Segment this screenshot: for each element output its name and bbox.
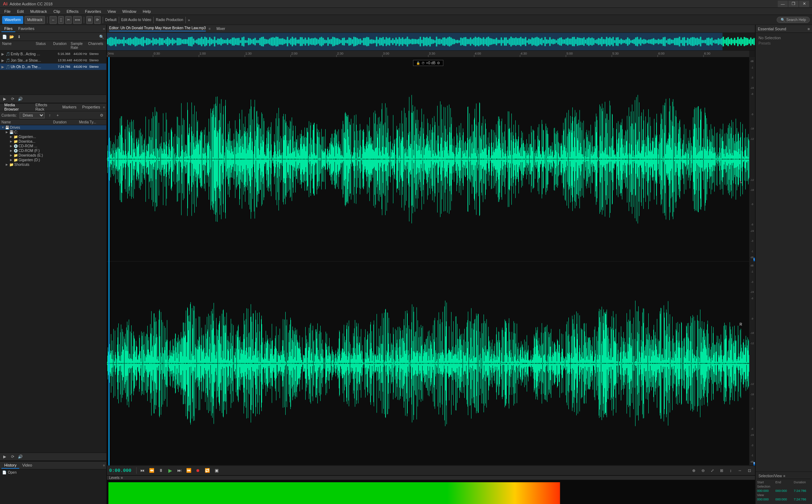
zoom-out-time-button[interactable]: ⊖ [699,467,706,474]
search-help-box[interactable]: 🔍 Search Help [777,17,810,23]
files-import-button[interactable]: ⬇ [16,34,22,40]
menu-effects[interactable]: Effects [64,9,81,14]
mb-speaker-button[interactable]: 🔊 [17,454,24,460]
move-tool-button[interactable]: ↔ [50,16,57,24]
waveform-ruler [107,51,749,57]
gain-settings-button[interactable]: ⚙ [437,61,440,65]
close-button[interactable]: ✕ [799,1,809,7]
right-panel: Essential Sound ≡ No Selection Presets S… [755,25,812,504]
menu-help[interactable]: Help [140,9,154,14]
levels-options-icon[interactable]: ≡ [121,476,123,480]
waveform-area[interactable]: 🔒 ⏱ +0 dB ⚙ L R [107,57,749,465]
menu-multitrack[interactable]: Multitrack [27,9,50,14]
zoom-in-time-button[interactable]: ⊕ [690,467,697,474]
tab-media-browser[interactable]: Media Browser [1,102,32,113]
tree-item-downloads-e[interactable]: ▶ 📁 Downloads (E:) [0,153,106,158]
minimize-button[interactable]: — [778,1,788,7]
sv-col-start: Start [757,480,774,484]
workspace-radio: Radio Production [156,18,183,22]
tree-item-shortcuts[interactable]: ▶ 📁 Shortcuts [0,162,106,167]
skip-to-end-button[interactable]: ⏭ [176,467,183,474]
tab-properties[interactable]: Properties [80,104,103,111]
mb-filter-button[interactable]: ⚙ [98,112,105,118]
tree-item-c[interactable]: ▶ 💾 C: [0,130,106,134]
files-speaker-button[interactable]: 🔊 [17,96,24,102]
list-item[interactable]: ▶ 🎵 Emily B...Acting Tips.mp3 5:16.368 4… [0,51,106,57]
spectral-button[interactable]: ▣ [213,467,220,474]
playback-icon: ⏱ [422,61,425,65]
file-duration: 13:30.448 [58,58,73,62]
zoom-full-button[interactable]: ⊞ [718,467,725,474]
expand-workspaces-icon[interactable]: » [188,18,190,22]
razor-tool-button[interactable]: ✂ [65,16,72,24]
cdrom-icon: 💿 [14,149,18,153]
tree-item-cdrom-f[interactable]: ▶ 💿 CD-ROM (F:) [0,148,106,153]
files-search-button[interactable]: 🔍 [98,34,105,40]
open-file-button[interactable]: 📂 [9,34,15,40]
loop-button[interactable]: ⟳ [94,16,101,24]
files-play-button[interactable]: ▶ [1,96,8,102]
slip-tool-button[interactable]: ⟺ [73,16,82,24]
zoom-out-amp-button[interactable]: ↔ [736,467,744,474]
essential-sound-header: Essential Sound ≡ [756,25,812,33]
tree-item-cdrom1[interactable]: ▶ 💿 CD-ROM ... [0,144,106,148]
record-button[interactable]: ⏺ [194,467,201,474]
list-item[interactable]: 📄 Open [1,470,105,475]
tab-history[interactable]: History [1,462,19,469]
snap-button[interactable]: ⊟ [86,16,93,24]
mb-contents-select[interactable]: Drives [20,112,45,118]
menu-file[interactable]: File [1,9,14,14]
tab-favorites[interactable]: Favorites [15,26,37,32]
editor-tab-label[interactable]: Editor: Uh Oh Donald Trump May Have Brok… [109,26,206,31]
waveform-container: 🔒 ⏱ +0 dB ⚙ L R [107,51,755,465]
tab-video[interactable]: Video [19,462,35,469]
menu-favorites[interactable]: Favorites [82,9,104,14]
selection-tool-button[interactable]: ⌶ [58,16,64,24]
zoom-selection-button[interactable]: ⤢ [709,467,716,474]
menu-view[interactable]: View [104,9,119,14]
mb-add-button[interactable]: + [55,112,61,118]
mb-up-button[interactable]: ↑ [47,112,53,118]
folder-icon: 📁 [14,135,18,139]
mb-loop-button[interactable]: ⟳ [9,454,16,460]
new-file-button[interactable]: 📄 [1,34,8,40]
files-loop-button[interactable]: ⟳ [9,96,16,102]
loop-toggle-button[interactable]: 🔁 [204,467,211,474]
history-panel-options-icon[interactable]: ≡ [103,464,105,467]
zoom-fit-button[interactable]: ⊡ [746,467,753,474]
menu-edit[interactable]: Edit [14,9,27,14]
history-item-label: Open [8,470,16,474]
tab-effects-rack[interactable]: Effects Rack [32,102,60,113]
file-icon: 🎵 [6,58,10,62]
rewind-button[interactable]: ⏪ [148,467,155,474]
tree-item-giganten1[interactable]: ▶ 📁 Giganten... [0,134,106,139]
waveform-mode-button[interactable]: Waveform [2,16,23,24]
pause-button[interactable]: ⏸ [157,467,164,474]
sv-options-icon[interactable]: ≡ [783,474,785,478]
zoom-in-amp-button[interactable]: ↕ [727,467,734,474]
multitrack-mode-button[interactable]: Multitrack [25,16,45,24]
mb-panel-options-icon[interactable]: ≡ [103,106,105,109]
menu-clip[interactable]: Clip [51,9,63,14]
waveform-overview[interactable] [107,33,755,51]
skip-to-start-button[interactable]: ⏮ [139,467,146,474]
list-item[interactable]: ▶ 🎵 Jon Ste...e Show Desk.mp3 13:30.448 … [0,57,106,63]
fast-forward-button[interactable]: ⏩ [185,467,192,474]
tab-markers[interactable]: Markers [60,104,80,111]
tree-item-drives[interactable]: ▼ 💾 Drives [0,125,106,130]
tree-arrow-icon: ▶ [10,158,14,162]
restore-button[interactable]: ❐ [788,1,798,7]
tab-files[interactable]: Files [1,26,15,32]
files-panel-options-icon[interactable]: ≡ [103,27,105,31]
mb-col-mediatype: Media Ty... [79,120,105,124]
list-item[interactable]: ▶ 🎵 Uh Oh D...m The Law.mp3 7:24.786 441… [0,63,106,70]
play-button[interactable]: ▶ [167,467,174,474]
tree-item-downloads1[interactable]: ▶ 📁 Downloa... [0,139,106,144]
mb-play-button[interactable]: ▶ [1,454,8,460]
editor-tab-options-icon[interactable]: ≡ [209,27,211,31]
menu-window[interactable]: Window [119,9,139,14]
col-header-samplerate: Sample Rate [70,42,87,50]
essential-sound-options-icon[interactable]: ≡ [808,27,810,31]
tree-item-giganten-d[interactable]: ▶ 📁 Giganten (D:) [0,158,106,162]
editor-tab-mixer[interactable]: Mixer [216,27,225,31]
